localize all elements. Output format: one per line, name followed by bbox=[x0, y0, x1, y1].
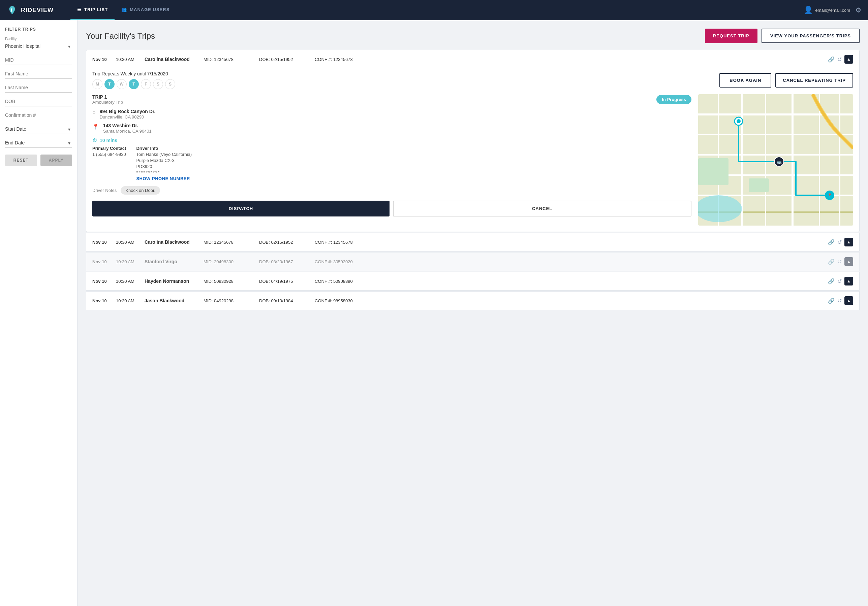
filter-confirmation[interactable] bbox=[5, 110, 72, 120]
trip-date: Nov 10 bbox=[92, 259, 111, 264]
trip-details: TRIP 1 Ambulatory Trip In Progress ○ 994… bbox=[92, 94, 853, 226]
repeating-header: Trip Repeats Weekly until 7/15/2020 MTWT… bbox=[92, 68, 853, 89]
reset-button[interactable]: RESET bbox=[5, 155, 37, 166]
filter-first-name[interactable] bbox=[5, 69, 72, 79]
main-header: Your Facility's Trips REQUEST TRIP VIEW … bbox=[86, 29, 860, 43]
nav-trip-list[interactable]: ☰ TRIP LIST bbox=[70, 0, 115, 20]
trip-mid: MID: 04920298 bbox=[203, 298, 254, 303]
day-pill-s: S bbox=[153, 79, 163, 89]
trip-addresses: ○ 994 Big Rock Canyon Dr. Duncanville, C… bbox=[92, 109, 691, 134]
link-icon[interactable]: 🔗 bbox=[828, 56, 835, 63]
trip-name: Stanford Virgo bbox=[144, 259, 198, 264]
brand-logo-icon bbox=[7, 5, 17, 15]
link-icon[interactable]: 🔗 bbox=[828, 258, 835, 265]
trip-card-expanded: Nov 10 10:30 AM Carolina Blackwood MID: … bbox=[86, 50, 860, 232]
status-badge: In Progress bbox=[656, 95, 691, 104]
trip-date: Nov 10 bbox=[92, 240, 111, 245]
cancel-repeating-button[interactable]: CANCEL REPEATING TRIP bbox=[775, 73, 853, 88]
trip-time: 10:30 AM bbox=[116, 240, 140, 245]
filter-end-date[interactable]: End Date bbox=[5, 138, 72, 148]
trip-conf: CONF #: 12345678 bbox=[315, 57, 823, 62]
expand-icon[interactable]: ▲ bbox=[845, 296, 853, 305]
repeat-icon[interactable]: ↺ bbox=[837, 56, 842, 63]
list-icon: ☰ bbox=[77, 7, 82, 12]
cancel-trip-button[interactable]: CANCEL bbox=[393, 201, 691, 216]
expand-icon[interactable]: ▲ bbox=[845, 257, 853, 266]
expand-icon[interactable]: ▲ bbox=[845, 238, 853, 246]
start-date-select[interactable]: Start Date bbox=[5, 124, 72, 134]
day-pill-f: F bbox=[141, 79, 151, 89]
trip-list-row[interactable]: Nov 10 10:30 AM Jason Blackwood MID: 049… bbox=[86, 291, 860, 310]
facility-select[interactable]: Phoenix Hospital bbox=[5, 42, 72, 51]
trip-list-row[interactable]: Nov 10 10:30 AM Stanford Virgo MID: 2049… bbox=[86, 252, 860, 271]
trip-expanded-content: Trip Repeats Weekly until 7/15/2020 MTWT… bbox=[86, 68, 859, 232]
trip-type: Ambulatory Trip bbox=[92, 100, 123, 105]
trip-rows-container: Nov 10 10:30 AM Carolina Blackwood MID: … bbox=[86, 233, 860, 310]
filter-dob[interactable] bbox=[5, 97, 72, 107]
trip-row-icons: 🔗 ↺ ▲ bbox=[828, 55, 853, 63]
expand-icon[interactable]: ▲ bbox=[845, 277, 853, 286]
trip-info: TRIP 1 Ambulatory Trip In Progress ○ 994… bbox=[92, 94, 691, 226]
trip-conf: CONF #: 50908890 bbox=[315, 279, 823, 284]
dispatch-button[interactable]: DISPATCH bbox=[92, 201, 389, 216]
nav-right: 👤 email@email.com ⚙ bbox=[804, 6, 862, 14]
trip-time: 10:30 AM bbox=[116, 279, 140, 284]
last-name-input[interactable] bbox=[5, 83, 72, 93]
confirmation-input[interactable] bbox=[5, 110, 72, 120]
filter-start-date[interactable]: Start Date bbox=[5, 124, 72, 134]
facility-select-wrapper[interactable]: Phoenix Hospital bbox=[5, 42, 72, 51]
header-buttons: REQUEST TRIP VIEW YOUR PASSENGER'S TRIPS bbox=[705, 29, 860, 43]
show-phone-link[interactable]: SHOW PHONE NUMBER bbox=[136, 176, 192, 181]
apply-button[interactable]: APPLY bbox=[40, 155, 73, 166]
sidebar-buttons: RESET APPLY bbox=[5, 155, 72, 166]
settings-icon[interactable]: ⚙ bbox=[855, 6, 861, 14]
trip-list-row[interactable]: Nov 10 10:30 AM Hayden Normanson MID: 50… bbox=[86, 272, 860, 291]
link-icon[interactable]: 🔗 bbox=[828, 239, 835, 246]
contact-driver: Driver Info Tom Hanks (Veyo California) … bbox=[136, 146, 192, 181]
trip-date: Nov 10 bbox=[92, 279, 111, 284]
day-pill-t: T bbox=[104, 79, 115, 89]
repeat-icon[interactable]: ↺ bbox=[837, 298, 842, 304]
day-pill-s: S bbox=[165, 79, 175, 89]
book-again-button[interactable]: BOOK AGAIN bbox=[719, 73, 771, 88]
pickup-address: 994 Big Rock Canyon Dr. Duncanville, CA … bbox=[100, 109, 156, 119]
link-icon[interactable]: 🔗 bbox=[828, 298, 835, 304]
collapse-icon[interactable]: ▲ bbox=[845, 55, 853, 63]
trip-date: Nov 10 bbox=[92, 298, 111, 303]
trip-row-icons: 🔗 ↺ ▲ bbox=[828, 277, 853, 286]
dob-input[interactable] bbox=[5, 97, 72, 107]
filter-mid[interactable] bbox=[5, 55, 72, 65]
filter-last-name[interactable] bbox=[5, 83, 72, 93]
trip-time: 10:30 AM bbox=[116, 298, 140, 303]
request-trip-button[interactable]: REQUEST TRIP bbox=[705, 29, 758, 43]
trip-list-row[interactable]: Nov 10 10:30 AM Carolina Blackwood MID: … bbox=[86, 233, 860, 252]
repeat-icon[interactable]: ↺ bbox=[837, 278, 842, 284]
trip-dob: DOB: 08/20/1967 bbox=[259, 259, 310, 264]
first-name-input[interactable] bbox=[5, 69, 72, 79]
trip-mid: MID: 12345678 bbox=[203, 240, 254, 245]
trip-conf: CONF #: 98958030 bbox=[315, 298, 823, 303]
link-icon[interactable]: 🔗 bbox=[828, 278, 835, 284]
map-svg: 🚌 📍 bbox=[698, 94, 853, 226]
trip-row-header[interactable]: Nov 10 10:30 AM Carolina Blackwood MID: … bbox=[86, 50, 859, 68]
end-date-select[interactable]: End Date bbox=[5, 138, 72, 148]
trip-map: 🚌 📍 bbox=[698, 94, 853, 226]
trip-conf: CONF #: 30592020 bbox=[315, 259, 823, 264]
pickup-icon: ○ bbox=[92, 110, 96, 116]
svg-text:🚌: 🚌 bbox=[777, 159, 782, 164]
brand: RIDEVIEW bbox=[7, 5, 54, 15]
end-date-wrapper[interactable]: End Date bbox=[5, 138, 72, 148]
trip-name: Carolina Blackwood bbox=[144, 57, 198, 62]
start-date-wrapper[interactable]: Start Date bbox=[5, 124, 72, 134]
repeat-icon[interactable]: ↺ bbox=[837, 239, 842, 246]
mid-input[interactable] bbox=[5, 55, 72, 65]
repeat-icon[interactable]: ↺ bbox=[837, 258, 842, 265]
trip-row-icons: 🔗 ↺ ▲ bbox=[828, 296, 853, 305]
nav-user: 👤 email@email.com bbox=[804, 6, 851, 14]
nav-manage-users[interactable]: 👥 MANAGE USERS bbox=[115, 0, 176, 20]
view-passenger-button[interactable]: VIEW YOUR PASSENGER'S TRIPS bbox=[761, 29, 860, 43]
trip-number: TRIP 1 bbox=[92, 94, 123, 100]
main-content: Your Facility's Trips REQUEST TRIP VIEW … bbox=[78, 20, 868, 606]
dropoff-icon: 📍 bbox=[92, 124, 99, 130]
trip-name: Jason Blackwood bbox=[144, 298, 198, 303]
